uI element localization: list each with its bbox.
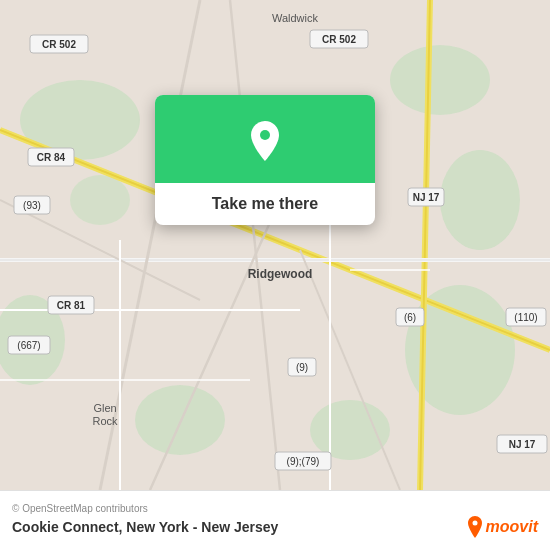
- svg-text:(667): (667): [17, 340, 40, 351]
- svg-point-5: [135, 385, 225, 455]
- svg-point-54: [472, 521, 477, 526]
- popup-header: [155, 95, 375, 183]
- moovit-text: moovit: [486, 518, 538, 536]
- svg-text:NJ 17: NJ 17: [509, 439, 536, 450]
- svg-text:(9);(79): (9);(79): [287, 456, 320, 467]
- svg-text:Rock: Rock: [92, 415, 118, 427]
- location-pin-icon: [241, 117, 289, 165]
- svg-point-6: [310, 400, 390, 460]
- attribution: © OpenStreetMap contributors: [12, 503, 538, 514]
- take-me-there-button[interactable]: Take me there: [155, 183, 375, 225]
- moovit-pin-icon: [466, 516, 484, 538]
- svg-point-53: [260, 130, 270, 140]
- svg-text:(9): (9): [296, 362, 308, 373]
- svg-text:CR 502: CR 502: [42, 39, 76, 50]
- map-container: CR 502 CR 502 CR 84 (93) NJ 17 CR 81 (66…: [0, 0, 550, 490]
- svg-point-2: [390, 45, 490, 115]
- svg-text:CR 84: CR 84: [37, 152, 66, 163]
- svg-text:(6): (6): [404, 312, 416, 323]
- svg-point-3: [440, 150, 520, 250]
- svg-text:Waldwick: Waldwick: [272, 12, 319, 24]
- svg-text:NJ 17: NJ 17: [413, 192, 440, 203]
- svg-text:CR 502: CR 502: [322, 34, 356, 45]
- svg-text:CR 81: CR 81: [57, 300, 86, 311]
- moovit-logo: moovit: [466, 516, 538, 538]
- bottom-title: Cookie Connect, New York - New Jersey: [12, 519, 278, 535]
- svg-text:(110): (110): [514, 312, 537, 323]
- svg-text:Ridgewood: Ridgewood: [248, 267, 313, 281]
- svg-point-8: [70, 175, 130, 225]
- svg-text:Glen: Glen: [93, 402, 116, 414]
- popup-card: Take me there: [155, 95, 375, 225]
- bottom-bar: © OpenStreetMap contributors Cookie Conn…: [0, 490, 550, 550]
- svg-text:(93): (93): [23, 200, 41, 211]
